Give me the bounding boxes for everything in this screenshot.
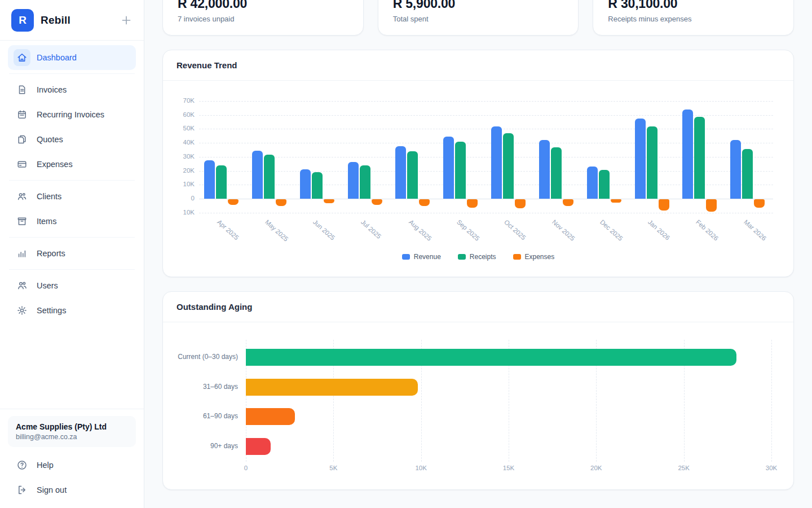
x-axis-tick: Jun 2025 xyxy=(312,218,336,242)
aging-bar-31-60-days xyxy=(246,379,418,396)
expenses-bar xyxy=(754,199,765,208)
sidebar-item-reports[interactable]: Reports xyxy=(8,241,136,266)
aging-bar-61-90-days xyxy=(246,408,295,425)
y-axis-tick: 50K xyxy=(172,125,195,132)
x-axis-tick: Aug 2025 xyxy=(408,218,433,242)
reports-icon xyxy=(16,248,28,259)
revenue-bar xyxy=(730,140,741,199)
account-name: Acme Supplies (Pty) Ltd xyxy=(16,422,128,431)
x-axis-tick: Sep 2025 xyxy=(456,218,481,242)
revenue-bar xyxy=(539,140,550,199)
sidebar-item-settings[interactable]: Settings xyxy=(8,298,136,323)
x-axis-tick: 30K xyxy=(760,465,783,471)
x-axis-tick: 5K xyxy=(322,465,345,471)
receipts-swatch-icon xyxy=(458,254,466,260)
stat-label: 7 invoices unpaid xyxy=(178,15,348,23)
y-axis-tick: 20K xyxy=(172,167,195,174)
x-axis-tick: Jan 2026 xyxy=(647,218,671,242)
stat-value: R 42,000.00 xyxy=(178,0,348,10)
sidebar-nav: DashboardInvoicesRecurring InvoicesQuote… xyxy=(0,41,144,409)
expenses-bar xyxy=(372,199,382,205)
help-button[interactable]: Help xyxy=(8,453,136,478)
app-root: R Rebill DashboardInvoicesRecurring Invo… xyxy=(0,0,812,508)
receipts-bar xyxy=(742,149,753,199)
expenses-bar xyxy=(659,199,669,211)
settings-icon xyxy=(16,305,28,316)
x-axis-tick: Jul 2025 xyxy=(360,218,382,240)
sidebar-item-clients[interactable]: Clients xyxy=(8,184,136,209)
legend-item-receipts[interactable]: Receipts xyxy=(458,253,496,261)
items-icon xyxy=(16,216,28,227)
legend-label: Expenses xyxy=(525,253,555,261)
outstanding-aging-card: Outstanding Aging 05K10K15K20K25K30KCurr… xyxy=(162,291,794,490)
app-logo: R xyxy=(11,9,34,32)
revenue-swatch-icon xyxy=(402,254,410,260)
sidebar-item-label: Users xyxy=(37,281,58,290)
chart-legend: RevenueReceiptsExpenses xyxy=(163,253,793,261)
sidebar-item-label: Reports xyxy=(37,249,65,258)
sign-out-button[interactable]: Sign out xyxy=(8,478,136,502)
sidebar-item-label: Help xyxy=(37,461,54,470)
x-axis-tick: Dec 2025 xyxy=(599,218,624,242)
expenses-bar xyxy=(467,199,478,208)
stat-label: Total spent xyxy=(393,15,564,23)
legend-label: Revenue xyxy=(414,253,441,261)
account-card[interactable]: Acme Supplies (Pty) Ltd billing@acme.co.… xyxy=(8,416,136,447)
sidebar-item-label: Clients xyxy=(37,192,61,201)
stat-value: R 5,900.00 xyxy=(393,0,564,10)
sidebar-item-items[interactable]: Items xyxy=(8,209,136,234)
y-axis-tick: 10K xyxy=(172,209,195,216)
x-axis-tick: Feb 2026 xyxy=(695,218,720,242)
app-name: Rebill xyxy=(41,14,70,27)
x-axis-tick: Oct 2025 xyxy=(503,218,527,241)
sidebar-item-expenses[interactable]: Expenses xyxy=(8,152,136,177)
sidebar-bottom: Acme Supplies (Pty) Ltd billing@acme.co.… xyxy=(0,409,144,508)
expenses-bar xyxy=(228,199,239,205)
nav-divider xyxy=(9,269,135,270)
sidebar-item-invoices[interactable]: Invoices xyxy=(8,77,136,102)
sidebar-item-label: Recurring Invoices xyxy=(37,110,104,119)
stats-row: R 42,000.007 invoices unpaidR 5,900.00To… xyxy=(162,0,794,36)
revenue-bar xyxy=(635,119,646,199)
receipts-bar xyxy=(503,133,514,199)
x-axis-tick: 20K xyxy=(585,465,607,471)
revenue-trend-card: Revenue Trend 70K60K50K40K30K20K10K010KA… xyxy=(162,50,794,277)
receipts-bar xyxy=(312,172,323,199)
y-axis-tick: 60K xyxy=(172,111,195,118)
y-axis-tick: 0 xyxy=(172,195,195,202)
revenue-bar xyxy=(491,126,502,199)
legend-item-revenue[interactable]: Revenue xyxy=(402,253,441,261)
legend-item-expenses[interactable]: Expenses xyxy=(513,253,555,261)
add-button[interactable] xyxy=(120,14,133,27)
revenue-bar xyxy=(443,137,454,199)
sidebar-item-recurring-invoices[interactable]: Recurring Invoices xyxy=(8,102,136,127)
x-axis-tick: Apr 2025 xyxy=(216,218,240,241)
y-axis-tick: 40K xyxy=(172,139,195,146)
clients-icon xyxy=(16,191,28,202)
expenses-bar xyxy=(706,199,717,212)
sidebar-item-quotes[interactable]: Quotes xyxy=(8,127,136,152)
x-axis-tick: 25K xyxy=(673,465,695,471)
stat-value: R 30,100.00 xyxy=(608,0,779,10)
nav-divider xyxy=(9,180,135,181)
x-axis-tick: Nov 2025 xyxy=(551,218,576,242)
aging-bar-90-days xyxy=(246,438,271,455)
outstanding-aging-chart: 05K10K15K20K25K30KCurrent (0–30 days)31–… xyxy=(163,322,793,489)
sidebar-footer: HelpSign out xyxy=(8,453,136,502)
help-icon xyxy=(16,459,28,471)
sidebar-item-label: Quotes xyxy=(37,135,63,144)
sidebar-item-dashboard[interactable]: Dashboard xyxy=(8,45,136,70)
sidebar-item-users[interactable]: Users xyxy=(8,273,136,298)
home-icon xyxy=(16,52,28,63)
nav-divider xyxy=(9,73,135,74)
x-axis-tick: 10K xyxy=(410,465,433,471)
receipts-bar xyxy=(647,126,657,199)
receipts-bar xyxy=(694,117,705,199)
stat-card: R 42,000.007 invoices unpaid xyxy=(162,0,364,36)
sidebar-item-label: Invoices xyxy=(37,85,67,94)
expenses-swatch-icon xyxy=(513,254,521,260)
revenue-bar xyxy=(204,160,215,199)
invoice-icon xyxy=(16,84,28,95)
receipts-bar xyxy=(264,155,275,199)
account-email: billing@acme.co.za xyxy=(16,433,128,441)
